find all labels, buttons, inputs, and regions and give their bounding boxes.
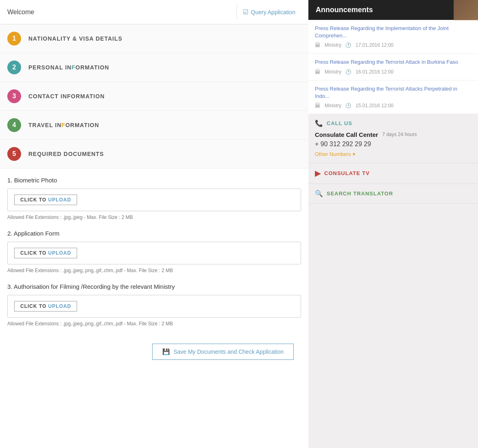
file-hint-2: Allowed File Extensions : .jpg,.jpeg,.pn… — [7, 268, 301, 273]
ann-source-3: Ministry — [325, 103, 341, 108]
announcement-item-1: Press Release Regarding the Implementati… — [308, 20, 478, 54]
step-5-badge: 5 — [7, 147, 21, 161]
step-5-row[interactable]: 5 REQUIRED DOCUMENTS — [0, 140, 308, 169]
step-4-row[interactable]: 4 TRAVEL INFORMATION — [0, 111, 308, 140]
upload-text-blue-2: UPLOAD — [48, 250, 71, 256]
step-4-badge: 4 — [7, 118, 21, 132]
announcements-list: Press Release Regarding the Implementati… — [308, 20, 478, 114]
step-1-badge: 1 — [7, 32, 21, 45]
phone-icon: 📞 — [315, 119, 323, 127]
save-button-label: Save My Documents and Check Application — [173, 348, 284, 355]
ann-date-1: 17.01.2016 12:00 — [355, 42, 393, 48]
steps-list: 1 NATIONALITY & VISA DETAILS 2 PERSONAL … — [0, 24, 308, 169]
ann-meta-1: 🏛 Ministry 🕐 17.01.2016 12:00 — [315, 42, 472, 48]
welcome-label: Welcome — [7, 9, 237, 16]
sidebar: Announcements Press Release Regarding th… — [308, 0, 478, 448]
call-us-label: CALL US — [327, 120, 352, 126]
file-hint-3: Allowed File Extensions : .jpg,.jpeg,.pn… — [7, 321, 301, 327]
chevron-down-icon: ▾ — [353, 151, 355, 157]
upload-text-blue-1: UPLOAD — [48, 197, 71, 203]
other-numbers-label: Other Numbers — [315, 151, 351, 157]
ann-date-2: 16.01.2016 12:00 — [355, 69, 393, 75]
step-4-label: TRAVEL INFORMATION — [28, 122, 99, 128]
phone-number: + 90 312 292 29 29 — [315, 141, 472, 148]
step-2-badge: 2 — [7, 61, 21, 74]
call-us-title: 📞 CALL US — [315, 119, 472, 127]
upload-button-1[interactable]: CLICK TO UPLOAD — [14, 195, 77, 205]
announcement-link-2[interactable]: Press Release Regarding the Terrorist At… — [315, 58, 472, 66]
ann-meta-3: 🏛 Ministry 🕐 15.01.2016 12:00 — [315, 102, 472, 109]
search-translator-title: 🔍 SEARCH TRANSLATOR — [315, 190, 472, 197]
step-1-label: NATIONALITY & VISA DETAILS — [28, 35, 123, 42]
announcement-link-3[interactable]: Press Release Regarding the Terrorist At… — [315, 85, 472, 100]
step-3-label: CONTACT INFORMATION — [28, 93, 105, 100]
call-center-days: 7 days 24 hours — [382, 132, 417, 137]
consulate-tv-label: CONSULATE TV — [324, 170, 370, 176]
ann-meta-2: 🏛 Ministry 🕐 16.01.2016 12:00 — [315, 69, 472, 75]
upload-box-3: CLICK TO UPLOAD — [7, 295, 301, 318]
announcement-item-2: Press Release Regarding the Terrorist At… — [308, 54, 478, 80]
clock-icon-1: 🕐 — [345, 42, 351, 48]
query-application-button[interactable]: ☑ Query Application — [237, 5, 301, 19]
call-us-section: 📞 CALL US Consulate Call Center 7 days 2… — [308, 114, 478, 163]
save-documents-button[interactable]: 💾 Save My Documents and Check Applicatio… — [152, 344, 294, 360]
ann-source-1: Ministry — [325, 42, 341, 48]
consulate-tv-title: ▶ CONSULATE TV — [315, 169, 472, 178]
ann-date-3: 15.01.2016 12:00 — [355, 103, 393, 108]
doc-title-1: 1. Biometric Photo — [7, 177, 301, 184]
call-center-label: Consulate Call Center — [315, 131, 378, 138]
consulate-tv-section[interactable]: ▶ CONSULATE TV — [308, 163, 478, 184]
step-1-row[interactable]: 1 NATIONALITY & VISA DETAILS — [0, 24, 308, 53]
upload-box-2: CLICK TO UPLOAD — [7, 242, 301, 264]
doc-title-2: 2. Application Form — [7, 230, 301, 237]
search-translator-label: SEARCH TRANSLATOR — [327, 190, 393, 197]
doc-group-authorisation: 3. Authorisation for Filming /Recording … — [7, 283, 301, 327]
call-center-name: Consulate Call Center 7 days 24 hours — [315, 131, 472, 138]
announcements-header: Announcements — [308, 0, 478, 20]
save-icon: 💾 — [162, 348, 170, 355]
step-3-row[interactable]: 3 CONTACT INFORMATION — [0, 82, 308, 111]
search-icon: 🔍 — [315, 190, 323, 197]
doc-group-application: 2. Application Form CLICK TO UPLOAD Allo… — [7, 230, 301, 273]
doc-group-biometric: 1. Biometric Photo CLICK TO UPLOAD Allow… — [7, 177, 301, 220]
upload-text-blue-3: UPLOAD — [48, 303, 71, 309]
ministry-icon-3: 🏛 — [315, 102, 321, 109]
step-3-badge: 3 — [7, 89, 21, 103]
other-numbers-button[interactable]: Other Numbers ▾ — [315, 151, 472, 157]
step-2-row[interactable]: 2 PERSONAL INFORMATION — [0, 53, 308, 82]
clock-icon-2: 🕐 — [345, 69, 351, 75]
upload-box-1: CLICK TO UPLOAD — [7, 188, 301, 211]
ministry-icon-2: 🏛 — [315, 69, 321, 75]
play-icon: ▶ — [315, 169, 321, 178]
upload-button-2[interactable]: CLICK TO UPLOAD — [14, 248, 77, 258]
ministry-icon-1: 🏛 — [315, 42, 321, 48]
save-row: 💾 Save My Documents and Check Applicatio… — [7, 336, 301, 372]
step-2-label: PERSONAL INFORMATION — [28, 64, 109, 71]
search-translator-section[interactable]: 🔍 SEARCH TRANSLATOR — [308, 184, 478, 203]
announcements-title: Announcements — [316, 6, 373, 14]
clock-icon-3: 🕐 — [345, 103, 351, 108]
doc-title-3: 3. Authorisation for Filming /Recording … — [7, 283, 301, 290]
announcements-image — [454, 0, 478, 20]
step-5-label: REQUIRED DOCUMENTS — [28, 151, 104, 157]
upload-button-3[interactable]: CLICK TO UPLOAD — [14, 301, 77, 312]
ann-source-2: Ministry — [325, 69, 341, 75]
header: Welcome ☑ Query Application — [0, 0, 308, 24]
announcement-link-1[interactable]: Press Release Regarding the Implementati… — [315, 25, 472, 39]
query-application-label: Query Application — [251, 9, 295, 15]
file-hint-1: Allowed File Extensions : .jpg,.jpeg - M… — [7, 214, 301, 220]
check-icon: ☑ — [243, 8, 248, 16]
announcement-item-3: Press Release Regarding the Terrorist At… — [308, 80, 478, 114]
documents-section: 1. Biometric Photo CLICK TO UPLOAD Allow… — [0, 169, 308, 448]
